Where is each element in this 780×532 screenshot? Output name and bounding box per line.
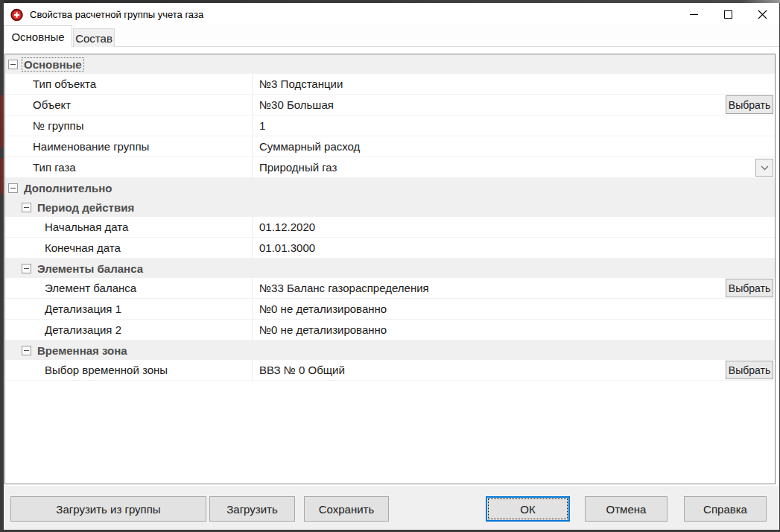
- property-value-cell[interactable]: ВВЗ № 0 ОбщийВыбрать: [253, 360, 775, 380]
- select-button[interactable]: Выбрать: [726, 279, 773, 297]
- property-name: Объект: [5, 95, 253, 115]
- chevron-down-icon: [761, 165, 769, 171]
- property-name: Детализация 1: [5, 299, 253, 319]
- background-red-fragment: [1, 95, 3, 148]
- property-value-text: №3 Подстанции: [259, 77, 343, 90]
- help-button[interactable]: Справка: [684, 496, 767, 522]
- property-name: Выбор временной зоны: [5, 360, 253, 380]
- dropdown-button[interactable]: [755, 159, 773, 177]
- property-value-text: №33 Баланс газораспределения: [259, 282, 429, 294]
- select-button[interactable]: Выбрать: [726, 361, 773, 379]
- property-name: № группы: [5, 115, 253, 136]
- property-value-text: 1: [259, 119, 265, 132]
- group-row: Временная зона: [5, 341, 775, 360]
- group-row: Период действия: [5, 197, 775, 217]
- group-row: Дополнительно: [5, 178, 775, 197]
- property-row: Детализация 1№0 не детализированно: [5, 299, 775, 320]
- group-label: Временная зона: [36, 344, 129, 357]
- window-title: Свойства расчетной группы учета газа: [30, 9, 203, 20]
- minimize-button[interactable]: [676, 3, 711, 25]
- property-value-cell[interactable]: №30 БольшаяВыбрать: [253, 95, 775, 115]
- cancel-button[interactable]: Отмена: [585, 496, 668, 522]
- window-controls: [676, 3, 779, 25]
- close-icon: [758, 10, 767, 19]
- tab-osnovnye[interactable]: Основные: [4, 25, 72, 47]
- property-value-text: Суммарный расход: [259, 140, 360, 153]
- property-value-text: 01.12.2020: [259, 221, 315, 233]
- group-label: Дополнительно: [22, 182, 113, 194]
- property-row: Тип газаПриродный газ: [5, 157, 775, 178]
- property-name: Наименование группы: [5, 136, 253, 156]
- footer-bar: Загрузить из группы Загрузить Сохранить …: [4, 486, 779, 530]
- property-value-cell[interactable]: 1: [253, 115, 775, 136]
- property-row: Выбор временной зоныВВЗ № 0 ОбщийВыбрать: [5, 360, 775, 381]
- property-row: № группы1: [5, 115, 775, 136]
- property-row: Конечная дата01.01.3000: [5, 238, 775, 259]
- property-value-text: №0 не детализированно: [259, 303, 387, 315]
- property-value-text: №30 Большая: [259, 98, 334, 111]
- tab-page: ОсновныеТип объекта№3 ПодстанцииОбъект№3…: [4, 47, 779, 486]
- group-label: Период действия: [36, 201, 136, 214]
- property-value-cell[interactable]: №0 не детализированно: [253, 320, 775, 340]
- property-row: Наименование группыСуммарный расход: [5, 136, 775, 157]
- collapse-minus-icon[interactable]: [22, 346, 31, 355]
- property-value-text: ВВЗ № 0 Общий: [259, 364, 345, 376]
- select-button[interactable]: Выбрать: [726, 95, 773, 114]
- collapse-minus-icon[interactable]: [8, 183, 18, 193]
- property-value-cell[interactable]: 01.01.3000: [253, 238, 775, 258]
- property-name: Начальная дата: [5, 217, 253, 237]
- property-row: Детализация 2№0 не детализированно: [5, 320, 775, 341]
- dialog-window: Свойства расчетной группы учета газа Осн…: [4, 3, 779, 530]
- property-row: Объект№30 БольшаяВыбрать: [5, 95, 775, 115]
- maximize-button[interactable]: [711, 3, 745, 25]
- property-name: Тип объекта: [5, 74, 253, 94]
- app-icon: [10, 8, 23, 21]
- property-grid: ОсновныеТип объекта№3 ПодстанцииОбъект№3…: [4, 54, 776, 484]
- close-button[interactable]: [745, 3, 779, 25]
- collapse-minus-icon[interactable]: [8, 60, 18, 69]
- property-row: Начальная дата01.12.2020: [5, 217, 775, 238]
- collapse-minus-icon[interactable]: [22, 203, 31, 212]
- property-value-cell[interactable]: №0 не детализированно: [253, 299, 775, 319]
- property-name: Конечная дата: [5, 238, 253, 258]
- tab-sostav[interactable]: Состав: [73, 28, 115, 47]
- property-value-text: Природный газ: [259, 161, 337, 174]
- save-button[interactable]: Сохранить: [304, 496, 389, 522]
- property-value-cell[interactable]: Природный газ: [253, 157, 775, 177]
- group-row: Основные: [5, 54, 775, 74]
- property-name: Тип газа: [5, 157, 253, 177]
- property-value-text: 01.01.3000: [259, 241, 315, 254]
- property-value-cell[interactable]: №3 Подстанции: [253, 74, 775, 94]
- collapse-minus-icon[interactable]: [22, 264, 31, 273]
- tab-strip: Основные Состав: [4, 25, 779, 47]
- property-row: Тип объекта№3 Подстанции: [5, 74, 775, 95]
- property-row: Элемент баланса№33 Баланс газораспределе…: [5, 278, 775, 299]
- background-red-fragment: [1, 158, 3, 194]
- load-from-group-button[interactable]: Загрузить из группы: [10, 496, 206, 522]
- load-button[interactable]: Загрузить: [209, 496, 295, 522]
- maximize-icon: [724, 10, 732, 19]
- group-label: Элементы баланса: [36, 262, 145, 275]
- property-value-text: №0 не детализированно: [259, 323, 387, 336]
- title-bar: Свойства расчетной группы учета газа: [4, 3, 779, 25]
- property-name: Детализация 2: [5, 320, 253, 340]
- property-value-cell[interactable]: 01.12.2020: [253, 217, 775, 237]
- property-value-cell[interactable]: Суммарный расход: [253, 136, 775, 156]
- property-value-cell[interactable]: №33 Баланс газораспределенияВыбрать: [253, 278, 775, 298]
- group-row: Элементы баланса: [5, 259, 775, 278]
- property-name: Элемент баланса: [5, 278, 253, 298]
- ok-button[interactable]: ОК: [486, 496, 570, 522]
- group-label: Основные: [22, 58, 83, 71]
- minimize-icon: [690, 14, 698, 15]
